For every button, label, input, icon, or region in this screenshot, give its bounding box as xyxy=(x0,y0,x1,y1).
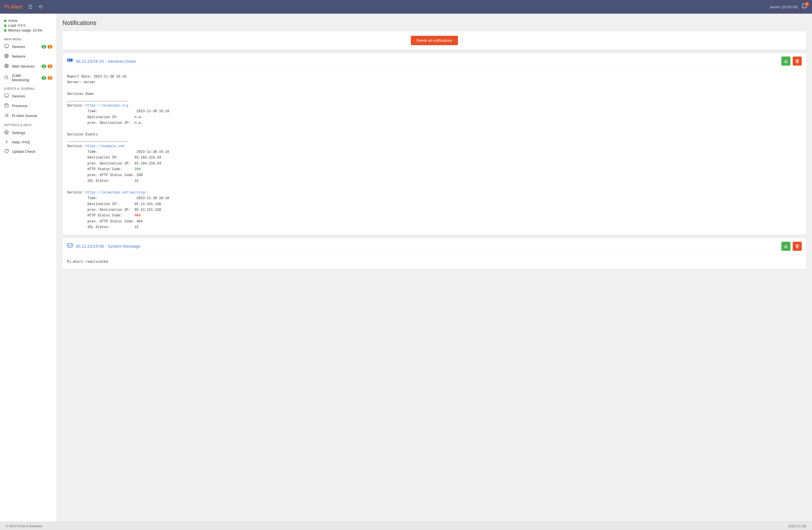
presence-label: Presence xyxy=(12,104,53,108)
notif-1-service-3-line: Service: https://leiweibau.net/warning/ xyxy=(67,190,802,196)
icmp-badge-orange: 1 xyxy=(47,76,53,80)
sidebar-item-settings[interactable]: Settings xyxy=(0,128,57,138)
memory-dot xyxy=(4,29,6,32)
notif-1-link-2[interactable]: https://example.com xyxy=(85,144,124,148)
list-icon xyxy=(4,113,9,118)
notif-1-time-3: Time: 2023-11-30 16:10 xyxy=(67,196,802,201)
app-title-plain: Pi. xyxy=(4,4,11,10)
calendar-icon xyxy=(4,103,9,109)
notif-1-services-events-header: Services Events xyxy=(67,132,802,138)
icmp-badge-green: 2 xyxy=(41,76,46,80)
notif-2-header: 30.11.23/15:58 - System Message xyxy=(62,238,806,255)
notif-1-divider-1: ______________________________ xyxy=(67,97,802,103)
web-services-badge-orange: 1 xyxy=(47,65,53,68)
svg-rect-26 xyxy=(67,244,72,247)
notif-1-line-server: Server: server xyxy=(67,80,802,85)
top-nav: Pi.Alert ☰ ⟲ server (18:53:34) 2 xyxy=(0,0,812,14)
globe-icon xyxy=(4,63,9,69)
notif-1-ssl-2: SSL Status: 15 xyxy=(67,178,802,184)
server-info: server (18:53:34) xyxy=(770,5,798,9)
icmp-label: ICMP Monitoring xyxy=(12,74,39,82)
svg-rect-2 xyxy=(4,45,9,47)
hamburger-icon[interactable]: ☰ xyxy=(28,4,33,10)
notif-2-actions xyxy=(781,242,802,251)
update-check-label: Update Check xyxy=(12,149,53,154)
notif-1-delete-button[interactable] xyxy=(793,57,802,66)
notification-card-1: 30.11.23/16:10 - Services Down Report Da… xyxy=(62,53,806,235)
svg-rect-10 xyxy=(5,104,8,108)
notif-2-title-text: 30.11.23/15:58 - System Message xyxy=(75,244,140,248)
status-active-line: Active xyxy=(4,19,53,23)
devices-main-label: Devices xyxy=(12,45,39,49)
notif-1-title: 30.11.23/16:10 - Services Down xyxy=(67,58,136,64)
notif-2-message: Pi.Alert reactivated xyxy=(67,259,802,265)
notif-1-body: Report Date: 2023-11-30 16:10 Server: se… xyxy=(62,69,806,235)
notif-1-download-button[interactable] xyxy=(781,57,791,66)
main-content: Notifications Delete all notifications xyxy=(57,14,812,522)
devices-badge-green: 5 xyxy=(41,45,46,48)
sidebar-item-update-check[interactable]: Update Check xyxy=(0,146,57,157)
monitor-icon-2 xyxy=(4,94,9,99)
status-memory-line: Memory usage: 10.5% xyxy=(4,28,53,32)
layout: Active Load: 0 0 0 Memory usage: 10.5% M… xyxy=(0,14,812,522)
network-label: Network xyxy=(12,54,53,58)
web-services-badges: 2 1 xyxy=(41,65,53,68)
refresh-icon[interactable]: ⟲ xyxy=(38,4,43,10)
sidebar-item-devices-journal[interactable]: Devices xyxy=(0,91,57,101)
sidebar-item-devices-main[interactable]: Devices 5 1 xyxy=(0,42,57,52)
notif-1-line-report: Report Date: 2023-11-30 16:10 xyxy=(67,74,802,80)
notif-2-body: Pi.Alert reactivated xyxy=(62,255,806,269)
notif-1-destip-3: Destination IP: 85.13.151.138 xyxy=(67,201,802,207)
notif-1-http-status-3: HTTP Status Code: 404 xyxy=(67,213,802,218)
notif-1-prev-http-status-3: prev. HTTP Status Code: 404 xyxy=(67,219,802,224)
sidebar-item-presence[interactable]: Presence xyxy=(0,101,57,111)
update-icon xyxy=(4,149,9,154)
delete-all-button[interactable]: Delete all notifications xyxy=(411,36,458,45)
web-services-label: Web Services xyxy=(12,64,39,69)
footer-version: (2023-11-28) xyxy=(788,524,806,528)
page-title: Notifications xyxy=(62,19,806,27)
active-label: Active xyxy=(8,19,18,23)
section-events-journal: EVENTS & JOURNAL xyxy=(0,84,57,91)
notif-2-delete-button[interactable] xyxy=(793,242,802,251)
notif-1-time-1: Time: 2023-11-30 16:10 xyxy=(67,109,802,114)
sidebar-item-help-faq[interactable]: ? Help / FAQ xyxy=(0,138,57,146)
notif-1-divider-2: ______________________________ xyxy=(67,138,802,143)
notif-1-header: 30.11.23/16:10 - Services Down xyxy=(62,53,806,69)
notif-1-ssl-3: SSL Status: 15 xyxy=(67,224,802,230)
notif-1-spacer-2 xyxy=(67,126,802,132)
mail-icon xyxy=(67,243,73,249)
topnav-right: server (18:53:34) 2 xyxy=(770,3,808,11)
notification-bell-wrap[interactable]: 2 xyxy=(801,3,808,11)
notif-1-prevdestip-3: prev. Destination IP: 85.13.151.138 xyxy=(67,207,802,213)
services-icon xyxy=(67,58,73,64)
svg-rect-9 xyxy=(4,94,9,97)
notif-1-spacer-3 xyxy=(67,184,802,189)
app-title: Pi.Alert xyxy=(4,4,23,10)
svg-point-20 xyxy=(6,132,7,133)
svg-line-8 xyxy=(8,78,8,79)
notif-2-download-button[interactable] xyxy=(781,242,791,251)
notif-1-link-1[interactable]: https://leiweibau.org xyxy=(85,104,128,108)
sidebar-item-web-services[interactable]: Web Services 2 1 xyxy=(0,61,57,71)
pialert-journal-label: Pi.Alert Journal xyxy=(12,114,53,118)
notification-count: 2 xyxy=(804,2,809,6)
svg-line-0 xyxy=(803,3,803,4)
sidebar-item-network[interactable]: Network xyxy=(0,52,57,61)
devices-main-badges: 5 1 xyxy=(41,45,53,48)
web-services-badge-green: 2 xyxy=(41,65,46,68)
notif-1-link-3[interactable]: https://leiweibau.net/warning/ xyxy=(85,190,147,195)
sidebar-item-pialert-journal[interactable]: Pi.Alert Journal xyxy=(0,111,57,121)
settings-label: Settings xyxy=(12,131,53,135)
help-faq-label: Help / FAQ xyxy=(12,140,53,144)
icmp-badges: 2 1 xyxy=(41,76,53,80)
sidebar-item-icmp[interactable]: ICMP Monitoring 2 1 xyxy=(0,71,57,84)
notif-2-title: 30.11.23/15:58 - System Message xyxy=(67,243,140,249)
notif-1-destip-1: Destination IP: n.a. xyxy=(67,114,802,120)
sidebar: Active Load: 0 0 0 Memory usage: 10.5% M… xyxy=(0,14,57,522)
notif-1-http-status-2: HTTP Status Code: 200 xyxy=(67,167,802,172)
notif-1-spacer-1 xyxy=(67,86,802,91)
search-icon xyxy=(4,75,9,81)
sidebar-status: Active Load: 0 0 0 Memory usage: 10.5% xyxy=(0,16,57,35)
monitor-icon xyxy=(4,44,9,49)
